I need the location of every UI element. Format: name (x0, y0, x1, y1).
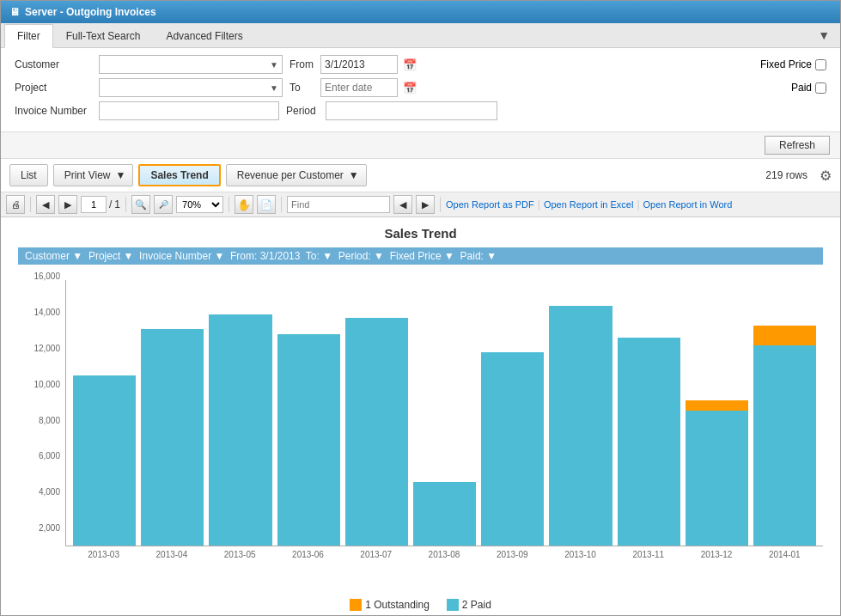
from-date-input[interactable] (320, 55, 398, 74)
report-toolbar: 🖨 ◀ ▶ / 1 🔍 🔎 70% 50% 100% ✋ 📄 ◀ ▶ Open … (1, 192, 840, 217)
invoice-number-label: Invoice Number (15, 105, 92, 117)
zoom-out-button[interactable]: 🔍 (131, 195, 150, 214)
main-window: 🖥 Server - Outgoing Invoices Filter Full… (0, 0, 841, 616)
to-calendar-icon[interactable]: 📅 (403, 82, 417, 95)
prev-page-button[interactable]: ◀ (36, 195, 55, 214)
tab-chevron-icon[interactable]: ▼ (811, 23, 837, 47)
hand-tool-button[interactable]: ✋ (235, 195, 253, 214)
window-title: Server - Outgoing Invoices (25, 6, 156, 18)
customer-dropdown[interactable]: ▼ (99, 55, 283, 74)
invoice-number-input[interactable] (99, 101, 279, 120)
page-number-input[interactable] (81, 196, 107, 213)
bar-group-2013-05 (209, 279, 271, 546)
bar-group-2013-04 (141, 279, 204, 546)
revenue-per-customer-dropdown[interactable]: Revenue per Customer ▼ (226, 164, 367, 186)
y-label-2000: 2,000 (39, 523, 60, 533)
page-total: 1 (114, 198, 120, 210)
separator-text-2: | (637, 198, 639, 210)
filter-row-customer: Customer ▼ From 📅 Fixed Price (15, 55, 826, 74)
print-view-arrow: ▼ (116, 169, 126, 181)
to-group: To 📅 (289, 78, 417, 97)
y-label-12000: 12,000 (34, 344, 60, 353)
sales-trend-button[interactable]: Sales Trend (138, 164, 220, 186)
legend-paid-box (447, 599, 459, 611)
x-label-2013-08: 2013-08 (412, 550, 475, 559)
open-report-word-link[interactable]: Open Report in Word (643, 199, 733, 210)
separator-1 (30, 197, 31, 212)
legend-outstanding-label: 1 Outstanding (365, 599, 430, 611)
tab-advanced[interactable]: Advanced Filters (153, 24, 255, 48)
x-labels: 2013-032013-042013-052013-062013-072013-… (65, 546, 823, 559)
print-view-dropdown[interactable]: Print View ▼ (53, 164, 134, 186)
y-label-14000: 14,000 (34, 308, 60, 317)
tab-bar: Filter Full-Text Search Advanced Filters… (1, 23, 840, 48)
y-label-8000: 8,000 (39, 416, 60, 425)
period-label: Period (286, 105, 320, 117)
x-label-2013-07: 2013-07 (344, 550, 407, 559)
fixed-price-label: Fixed Price (760, 58, 812, 70)
x-label-2013-03: 2013-03 (72, 550, 135, 559)
filter-row-invoice: Invoice Number Period (15, 101, 826, 120)
bar-group-2013-07 (345, 279, 408, 546)
y-axis: 16,000 14,000 12,000 10,000 8,000 6,000 … (18, 271, 65, 559)
filter-chips: Customer ▼ Project ▼ Invoice Number ▼ Fr… (18, 247, 823, 265)
bar-paid-2013-03 (73, 375, 136, 546)
separator-4 (281, 197, 282, 212)
bar-outstanding-2013-12 (686, 400, 748, 411)
list-button[interactable]: List (9, 164, 48, 186)
y-label-4000: 4,000 (39, 487, 60, 497)
gear-icon[interactable]: ⚙ (820, 168, 832, 184)
paid-checkbox[interactable] (815, 82, 826, 94)
legend-paid: 2 Paid (447, 599, 491, 611)
from-group: From 📅 (289, 55, 417, 74)
paid-group: Paid (791, 82, 826, 94)
separator-text-1: | (538, 198, 540, 210)
project-label: Project (15, 82, 92, 94)
find-next-button[interactable]: ▶ (416, 195, 435, 214)
chart-title: Sales Trend (18, 226, 823, 241)
zoom-in-button[interactable]: 🔎 (154, 195, 173, 214)
customer-label: Customer (15, 58, 92, 70)
bar-group-2013-12 (686, 279, 748, 546)
title-bar: 🖥 Server - Outgoing Invoices (1, 1, 840, 23)
to-date-input[interactable] (320, 78, 398, 97)
period-input[interactable] (326, 101, 497, 120)
filter-area: Customer ▼ From 📅 Fixed Price Project ▼ … (1, 48, 840, 132)
chart-container: Sales Trend Customer ▼ Project ▼ Invoice… (1, 217, 840, 615)
refresh-bar: Refresh (1, 132, 840, 159)
x-label-2013-04: 2013-04 (140, 550, 203, 559)
view-toolbar: List Print View ▼ Sales Trend Revenue pe… (1, 159, 840, 192)
refresh-button[interactable]: Refresh (765, 136, 830, 155)
print-button[interactable]: 🖨 (6, 195, 25, 214)
filter-chips-text: Customer ▼ Project ▼ Invoice Number ▼ Fr… (25, 250, 497, 262)
from-calendar-icon[interactable]: 📅 (403, 58, 417, 71)
next-page-button[interactable]: ▶ (58, 195, 77, 214)
revenue-per-customer-label: Revenue per Customer (237, 169, 344, 181)
filter-row-project: Project ▼ To 📅 Paid (15, 78, 826, 97)
bar-paid-2014-01 (753, 345, 816, 546)
chart-legend: 1 Outstanding 2 Paid (18, 599, 823, 611)
separator-5 (440, 197, 441, 212)
rows-count: 219 rows (765, 169, 807, 181)
fixed-price-checkbox[interactable] (815, 59, 826, 70)
find-input[interactable] (287, 196, 390, 213)
bars-container (65, 280, 823, 546)
x-label-2013-09: 2013-09 (481, 550, 544, 559)
x-label-2013-11: 2013-11 (617, 550, 680, 559)
bar-paid-2013-11 (618, 338, 680, 546)
find-prev-button[interactable]: ◀ (393, 195, 412, 214)
bar-outstanding-2014-01 (753, 326, 816, 345)
tab-filter[interactable]: Filter (4, 24, 53, 48)
separator-2 (125, 197, 126, 212)
open-report-pdf-link[interactable]: Open Report as PDF (446, 199, 534, 210)
open-report-excel-link[interactable]: Open Report in Excel (544, 199, 634, 210)
bar-group-2013-11 (618, 279, 680, 546)
tab-fulltext[interactable]: Full-Text Search (53, 24, 154, 48)
select-tool-button[interactable]: 📄 (257, 195, 276, 214)
bar-group-2013-06 (277, 279, 340, 546)
customer-dropdown-arrow: ▼ (270, 60, 278, 70)
zoom-select[interactable]: 70% 50% 100% (176, 196, 223, 213)
bar-paid-2013-07 (345, 318, 408, 546)
x-label-2013-12: 2013-12 (685, 550, 747, 559)
project-dropdown[interactable]: ▼ (99, 78, 283, 97)
